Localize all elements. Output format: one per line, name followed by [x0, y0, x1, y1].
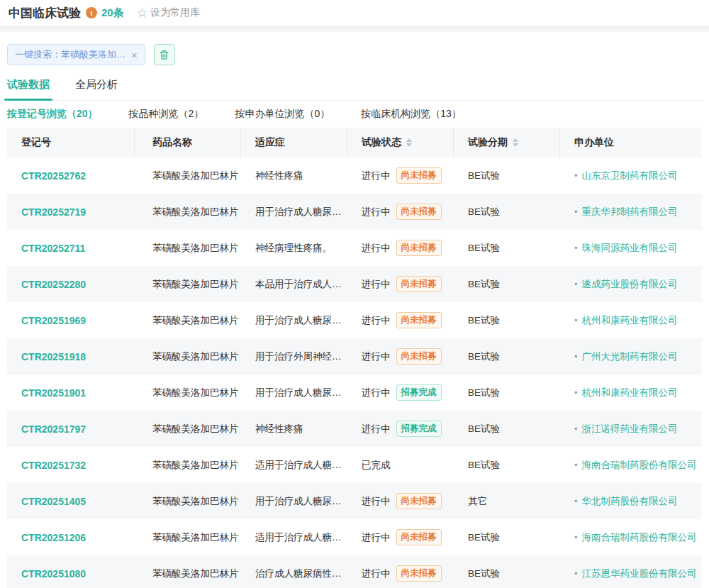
- indication: 用于治疗成人糖尿…: [255, 206, 342, 218]
- sponsor-link[interactable]: 杭州和康药业有限公司: [582, 387, 678, 399]
- tabs-bar: 试验数据 全局分析: [7, 78, 702, 101]
- indication: 神经病理性疼痛。: [255, 242, 332, 255]
- registration-number-link[interactable]: CTR20252762: [21, 170, 86, 182]
- sponsor-bullet-icon: •: [574, 532, 578, 543]
- table-row: CTR20251797 苯磺酸美洛加巴林片 神经性疼痛 进行中 招募完成 BE试…: [7, 411, 702, 447]
- sponsor-link[interactable]: 重庆华邦制药有限公司: [582, 206, 678, 218]
- drug-name: 苯磺酸美洛加巴林片: [152, 423, 239, 436]
- table-row: CTR20251080 苯磺酸美洛加巴林片 治疗成人糖尿病性… 进行中 尚未招募…: [7, 555, 702, 588]
- table-row: CTR20251405 苯磺酸美洛加巴林片 用于治疗成人糖尿… 进行中 尚未招募…: [7, 483, 702, 519]
- indication: 适用于治疗成人糖…: [255, 459, 342, 472]
- table-row: CTR20251732 苯磺酸美洛加巴林片 适用于治疗成人糖… 已完成 BE试验…: [7, 447, 702, 483]
- sponsor-link[interactable]: 江苏恩华药业股份有限公司: [582, 567, 697, 580]
- sponsor-bullet-icon: •: [574, 243, 578, 253]
- sponsor-bullet-icon: •: [574, 315, 578, 326]
- status-badge: 尚未招募: [396, 240, 442, 257]
- status-badge: 尚未招募: [396, 565, 442, 582]
- trial-status: 进行中: [362, 278, 391, 291]
- trial-status: 进行中: [362, 423, 391, 436]
- page-title: 中国临床试验: [9, 5, 81, 21]
- trial-phase: BE试验: [468, 387, 500, 399]
- table-row: CTR20251901 苯磺酸美洛加巴林片 用于治疗成人糖尿… 进行中 招募完成…: [7, 375, 702, 411]
- registration-number-link[interactable]: CTR20251901: [21, 387, 86, 399]
- indication: 神经性疼痛: [255, 170, 303, 182]
- browse-by-sponsor[interactable]: 按申办单位浏览（0）: [235, 108, 330, 121]
- star-icon: ☆: [137, 7, 147, 19]
- drug-name: 苯磺酸美洛加巴林片: [152, 531, 239, 544]
- trials-table: 登记号 药品名称 适应症 试验状态 试验分期 申办单位 CTR20252762 …: [7, 128, 702, 588]
- browse-by-variety[interactable]: 按品种浏览（2）: [129, 108, 204, 121]
- table-row: CTR20252711 苯磺酸美洛加巴林片 神经病理性疼痛。 进行中 尚未招募 …: [7, 230, 702, 266]
- trash-icon: [159, 50, 169, 60]
- column-header-trial-phase[interactable]: 试验分期: [454, 128, 560, 157]
- sponsor-bullet-icon: •: [574, 496, 578, 506]
- sponsor-bullet-icon: •: [574, 206, 578, 217]
- set-favorite-library-button[interactable]: ☆ 设为常用库: [137, 6, 200, 19]
- drug-name: 苯磺酸美洛加巴林片: [152, 170, 239, 182]
- drug-name: 苯磺酸美洛加巴林片: [152, 314, 239, 327]
- sponsor-link[interactable]: 海南合瑞制药股份有限公司: [582, 531, 697, 544]
- trial-phase: BE试验: [468, 314, 500, 327]
- registration-number-link[interactable]: CTR20251918: [21, 351, 86, 362]
- sponsor-link[interactable]: 广州大光制药有限公司: [582, 350, 678, 363]
- sponsor-bullet-icon: •: [574, 351, 578, 362]
- sponsor-link[interactable]: 杭州和康药业有限公司: [582, 314, 678, 327]
- drug-name: 苯磺酸美洛加巴林片: [152, 242, 239, 255]
- clear-filters-button[interactable]: [154, 44, 175, 65]
- result-count: 20条: [101, 6, 124, 20]
- status-badge: 尚未招募: [396, 276, 442, 293]
- status-badge: 招募完成: [396, 421, 442, 438]
- sponsor-bullet-icon: •: [574, 568, 578, 579]
- registration-number-link[interactable]: CTR20251405: [21, 496, 86, 507]
- trial-status: 进行中: [362, 314, 391, 327]
- trial-phase: BE试验: [468, 170, 500, 182]
- search-filter-chip[interactable]: 一键搜索：苯磺酸美洛加… ×: [7, 44, 145, 65]
- column-header-trial-status[interactable]: 试验状态: [347, 128, 454, 157]
- trial-phase: BE试验: [468, 350, 500, 363]
- drug-name: 苯磺酸美洛加巴林片: [152, 459, 239, 472]
- registration-number-link[interactable]: CTR20252280: [21, 279, 86, 290]
- registration-number-link[interactable]: CTR20251797: [21, 423, 86, 435]
- trial-status: 进行中: [362, 387, 391, 399]
- sponsor-link[interactable]: 海南合瑞制药股份有限公司: [582, 459, 697, 472]
- filter-chip-label: 一键搜索：苯磺酸美洛加…: [15, 48, 125, 61]
- info-icon[interactable]: i: [86, 7, 97, 18]
- sort-arrows-icon[interactable]: [513, 138, 518, 147]
- table-row: CTR20252719 苯磺酸美洛加巴林片 用于治疗成人糖尿… 进行中 尚未招募…: [7, 194, 702, 230]
- registration-number-link[interactable]: CTR20252711: [21, 243, 85, 254]
- tab-global-analysis[interactable]: 全局分析: [75, 78, 118, 100]
- sponsor-bullet-icon: •: [574, 387, 578, 398]
- indication: 本品用于治疗成人…: [255, 278, 342, 291]
- registration-number-link[interactable]: CTR20252719: [21, 206, 86, 218]
- close-icon[interactable]: ×: [131, 50, 138, 60]
- column-header-drug-name: 药品名称: [135, 128, 241, 157]
- header-divider: [0, 26, 709, 32]
- registration-number-link[interactable]: CTR20251969: [21, 315, 86, 326]
- registration-number-link[interactable]: CTR20251080: [21, 568, 86, 579]
- status-badge: 尚未招募: [396, 348, 442, 365]
- browse-by-institution[interactable]: 按临床机构浏览（13）: [361, 108, 462, 121]
- trial-status: 进行中: [362, 242, 391, 255]
- sponsor-link[interactable]: 遂成药业股份有限公司: [582, 278, 678, 291]
- tab-trial-data[interactable]: 试验数据: [7, 78, 50, 100]
- trial-status: 已完成: [362, 459, 391, 472]
- column-header-indication: 适应症: [241, 128, 347, 157]
- browse-by-registration[interactable]: 按登记号浏览（20）: [7, 108, 98, 121]
- sponsor-link[interactable]: 珠海同源药业有限公司: [582, 242, 678, 255]
- registration-number-link[interactable]: CTR20251206: [21, 532, 86, 543]
- indication: 治疗成人糖尿病性…: [255, 567, 342, 580]
- page-header: 中国临床试验 i 20条 ☆ 设为常用库: [0, 0, 709, 26]
- column-header-registration: 登记号: [7, 128, 135, 157]
- indication: 用于治疗成人糖尿…: [255, 387, 342, 399]
- registration-number-link[interactable]: CTR20251732: [21, 460, 86, 471]
- drug-name: 苯磺酸美洛加巴林片: [152, 567, 239, 580]
- sponsor-link[interactable]: 华北制药股份有限公司: [582, 495, 678, 508]
- trial-status: 进行中: [362, 495, 391, 508]
- sponsor-link[interactable]: 山东京卫制药有限公司: [582, 170, 678, 182]
- sort-arrows-icon[interactable]: [406, 138, 412, 147]
- trial-phase: BE试验: [468, 242, 500, 255]
- sponsor-bullet-icon: •: [574, 460, 578, 470]
- table-row: CTR20252280 苯磺酸美洛加巴林片 本品用于治疗成人… 进行中 尚未招募…: [7, 266, 702, 302]
- sponsor-link[interactable]: 浙江诺得药业有限公司: [582, 423, 678, 436]
- indication: 用于治疗成人糖尿…: [255, 495, 342, 508]
